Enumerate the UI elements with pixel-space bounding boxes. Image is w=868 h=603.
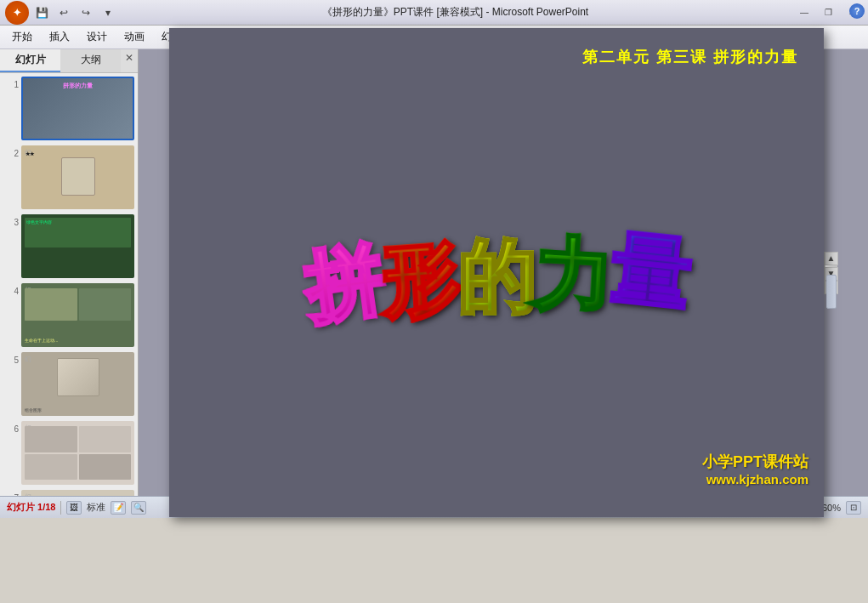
title-char-1: 拼 xyxy=(299,228,389,341)
titlebar-left: ✦ 💾 ↩ ↪ ▾ xyxy=(5,1,117,25)
scroll-thumb[interactable] xyxy=(826,275,837,309)
menu-insert[interactable]: 插入 xyxy=(41,27,78,47)
restore-button[interactable]: ❐ xyxy=(817,5,839,20)
list-item[interactable]: 3 绿色文字内容 幻 xyxy=(3,214,134,278)
zoom-icon[interactable]: 🔍 xyxy=(131,501,146,515)
panel-tab-slides[interactable]: 幻灯片 xyxy=(0,49,60,72)
list-item[interactable]: 6 幻 xyxy=(3,421,134,485)
title-char-5: 量 xyxy=(606,217,693,328)
slide-thumbnail-6[interactable]: 幻 xyxy=(21,421,134,485)
slide-thumbnail-3[interactable]: 绿色文字内容 幻 xyxy=(21,214,134,278)
zoom-percent: 60% xyxy=(822,503,841,513)
title-char-2: 形 xyxy=(378,227,462,336)
slide-thumbnail-4[interactable]: 生命在于上运动... 幻 xyxy=(21,283,134,347)
redo-button[interactable]: ↪ xyxy=(77,3,95,22)
slide-info: 幻灯片 1/18 xyxy=(7,501,55,514)
slide-number: 7 xyxy=(3,490,19,496)
slide-thumbnail-5[interactable]: 组合图形 幻 xyxy=(21,352,134,416)
slide-number: 1 xyxy=(3,77,19,89)
view-label: 标准 xyxy=(87,501,105,514)
panel-tab-outline[interactable]: 大纲 xyxy=(60,49,121,72)
list-item[interactable]: 5 组合图形 幻 xyxy=(3,352,134,416)
panel-tabs: 幻灯片 大纲 ✕ xyxy=(0,49,138,73)
watermark-line2: www.kjzhan.com xyxy=(702,472,808,486)
title-text: 《拼形的力量》PPT课件 [兼容模式] - Microsoft PowerPoi… xyxy=(117,5,793,20)
menu-home[interactable]: 开始 xyxy=(3,27,41,47)
scroll-track[interactable] xyxy=(825,265,837,267)
list-item[interactable]: 4 生命在于上运动... 幻 xyxy=(3,283,134,347)
office-button[interactable]: ✦ xyxy=(5,1,29,25)
title-char-3: 的 xyxy=(458,226,535,330)
canvas-area: 第二单元 第三课 拼形的力量 拼 形 的 力 量 小学PPT课件站 www.kj… xyxy=(139,49,868,496)
help-button[interactable]: ? xyxy=(849,3,865,19)
save-button[interactable]: 💾 xyxy=(32,3,51,22)
slide-thumbnail-1[interactable]: 拼形的力量 幻 xyxy=(21,77,134,140)
office-logo: ✦ xyxy=(13,7,21,19)
slide-thumbnail-7[interactable]: 幻 xyxy=(21,490,134,496)
slide-canvas[interactable]: 第二单元 第三课 拼形的力量 拼 形 的 力 量 小学PPT课件站 www.kj… xyxy=(169,28,824,517)
fit-window-icon[interactable]: ⊡ xyxy=(846,501,861,515)
status-sep-1 xyxy=(60,501,61,515)
scroll-up-arrow[interactable]: ▲ xyxy=(825,252,838,265)
undo-button[interactable]: ↩ xyxy=(54,3,73,22)
list-item[interactable]: 1 拼形的力量 幻 xyxy=(3,77,134,140)
main-area: 幻灯片 大纲 ✕ 1 拼形的力量 幻 2 ★★ xyxy=(0,49,868,496)
slide-number: 6 xyxy=(3,421,19,434)
menu-animation[interactable]: 动画 xyxy=(116,27,153,47)
minimize-button[interactable]: — xyxy=(793,5,815,20)
slides-list[interactable]: 1 拼形的力量 幻 2 ★★ 幻 3 xyxy=(0,73,138,496)
watermark: 小学PPT课件站 www.kjzhan.com xyxy=(702,452,808,486)
slide-number: 2 xyxy=(3,145,19,158)
right-scrollbar: ▲ ▼ ▼ xyxy=(824,252,837,294)
list-item[interactable]: 2 ★★ 幻 xyxy=(3,145,134,209)
panel-close-button[interactable]: ✕ xyxy=(121,49,138,66)
quick-access-button[interactable]: ▾ xyxy=(99,3,117,22)
slide-thumbnail-2[interactable]: ★★ 幻 xyxy=(21,145,134,209)
menu-design[interactable]: 设计 xyxy=(78,27,116,47)
notes-icon[interactable]: 📝 xyxy=(111,501,126,515)
title-bar: ✦ 💾 ↩ ↪ ▾ 《拼形的力量》PPT课件 [兼容模式] - Microsof… xyxy=(0,0,868,26)
watermark-line1: 小学PPT课件站 xyxy=(702,452,808,472)
list-item[interactable]: 7 幻 xyxy=(3,490,134,496)
slide-number: 3 xyxy=(3,214,19,227)
title-art: 拼 形 的 力 量 xyxy=(207,226,786,330)
view-icon[interactable]: 🖼 xyxy=(66,501,82,515)
slide-label-7: 幻 xyxy=(23,492,133,496)
slide-subtitle: 第二单元 第三课 拼形的力量 xyxy=(582,47,798,67)
slide-number: 4 xyxy=(3,283,19,296)
slide-panel: 幻灯片 大纲 ✕ 1 拼形的力量 幻 2 ★★ xyxy=(0,49,139,496)
slide-number: 5 xyxy=(3,352,19,365)
title-char-4: 力 xyxy=(532,222,614,330)
